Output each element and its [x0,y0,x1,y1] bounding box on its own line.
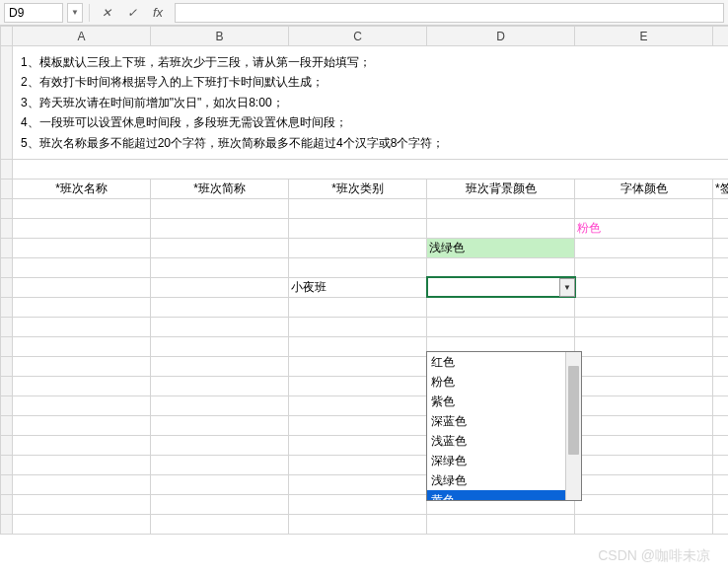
cell[interactable] [289,514,427,534]
row-header[interactable] [1,336,13,356]
row-header[interactable] [1,435,13,455]
cell[interactable] [13,494,151,514]
cell[interactable] [151,218,289,238]
cell[interactable] [427,257,575,277]
cell[interactable] [713,198,729,218]
confirm-icon[interactable]: ✓ [121,3,143,23]
cell[interactable] [289,356,427,376]
cell[interactable] [575,317,713,336]
cell[interactable] [151,238,289,257]
row-header[interactable] [1,494,13,514]
table-header-fontcolor[interactable]: 字体颜色 [575,179,713,198]
cell[interactable] [151,514,289,534]
column-header-f[interactable] [713,27,729,46]
cell[interactable] [713,514,729,534]
cell[interactable] [151,474,289,494]
cell[interactable]: 浅绿色 [427,238,575,257]
row-header[interactable] [1,218,13,238]
cell[interactable] [13,376,151,395]
row-header[interactable] [1,514,13,534]
cell[interactable] [575,277,713,297]
dropdown-item[interactable]: 粉色 [427,372,565,392]
scrollbar-thumb[interactable] [568,366,579,455]
row-header[interactable] [1,297,13,317]
cell[interactable] [151,198,289,218]
row-header[interactable] [1,395,13,415]
cell[interactable] [13,218,151,238]
cell[interactable] [13,297,151,317]
cell[interactable] [151,356,289,376]
cell[interactable] [289,474,427,494]
cell[interactable] [289,455,427,474]
dropdown-item[interactable]: 黄色 [427,490,565,500]
cell[interactable] [713,435,729,455]
table-header-shortname[interactable]: *班次简称 [151,179,289,198]
cell[interactable] [713,395,729,415]
notes-area[interactable]: 1、模板默认三段上下班，若班次少于三段，请从第一段开始填写； 2、有效打卡时间将… [13,46,729,160]
fx-icon[interactable]: fx [147,3,169,23]
cell[interactable] [713,356,729,376]
cell[interactable] [289,395,427,415]
cell[interactable] [13,395,151,415]
name-box-dropdown[interactable]: ▼ [67,3,83,23]
cell[interactable] [575,514,713,534]
cell[interactable] [289,257,427,277]
dropdown-item[interactable]: 浅绿色 [427,470,565,490]
cell[interactable] [427,198,575,218]
row-header[interactable] [1,455,13,474]
cell[interactable] [575,198,713,218]
cell[interactable] [575,415,713,435]
row-header[interactable] [1,159,13,179]
cell[interactable] [575,297,713,317]
dropdown-scrollbar[interactable] [565,352,581,500]
cell[interactable] [289,494,427,514]
cell[interactable] [151,336,289,356]
column-header-b[interactable]: B [151,27,289,46]
cell[interactable] [289,376,427,395]
cell[interactable] [13,159,729,179]
cell[interactable] [289,317,427,336]
cell[interactable] [713,297,729,317]
cell[interactable] [151,415,289,435]
cell[interactable] [713,277,729,297]
cell[interactable] [575,455,713,474]
cell[interactable] [13,257,151,277]
formula-bar[interactable] [175,3,724,23]
cell-active[interactable]: ▼ [427,277,575,297]
cell[interactable] [13,336,151,356]
row-header[interactable] [1,317,13,336]
column-header-e[interactable]: E [575,27,713,46]
table-header-name[interactable]: *班次名称 [13,179,151,198]
cell[interactable] [575,336,713,356]
cell[interactable] [151,455,289,474]
cell[interactable] [713,336,729,356]
cell[interactable] [13,198,151,218]
row-header[interactable] [1,257,13,277]
cancel-icon[interactable]: ✕ [96,3,117,23]
cell[interactable] [13,238,151,257]
cell[interactable] [13,277,151,297]
row-header[interactable] [1,376,13,395]
row-header[interactable] [1,238,13,257]
dropdown-item[interactable]: 浅蓝色 [427,431,565,451]
cell[interactable] [575,474,713,494]
cell[interactable] [13,514,151,534]
cell[interactable] [427,317,575,336]
cell[interactable] [13,455,151,474]
cell[interactable] [713,257,729,277]
row-header[interactable] [1,46,13,160]
cell[interactable] [575,395,713,415]
column-header-d[interactable]: D [427,27,575,46]
cell[interactable] [151,317,289,336]
cell[interactable] [151,395,289,415]
cell[interactable] [289,297,427,317]
cell[interactable] [713,317,729,336]
cell[interactable] [575,376,713,395]
column-header-a[interactable]: A [13,27,151,46]
dropdown-item[interactable]: 深绿色 [427,451,565,470]
table-header-type[interactable]: *班次类别 [289,179,427,198]
cell[interactable] [427,218,575,238]
row-header[interactable] [1,356,13,376]
cell[interactable]: 粉色 [575,218,713,238]
cell[interactable] [713,474,729,494]
